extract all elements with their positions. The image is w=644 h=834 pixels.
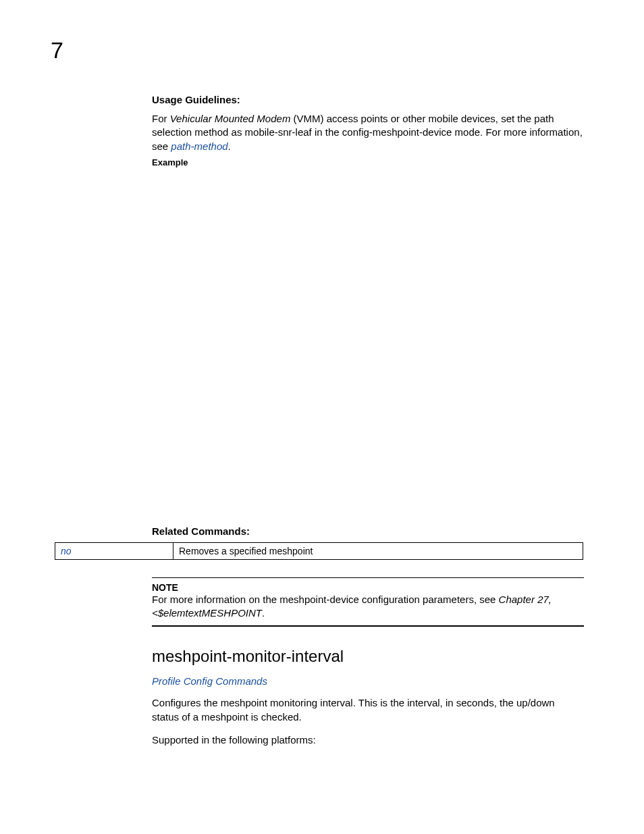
- note-text-prefix: For more information on the meshpoint-de…: [152, 594, 499, 605]
- supported-platforms-intro: Supported in the following platforms:: [152, 733, 584, 747]
- vmm-term: Vehicular Mounted Modem: [170, 113, 291, 124]
- note-block: NOTE For more information on the meshpoi…: [152, 577, 584, 627]
- related-commands-table: no Removes a specified meshpoint: [55, 542, 583, 560]
- note-title: NOTE: [152, 582, 584, 593]
- usage-guidelines-paragraph: For Vehicular Mounted Modem (VMM) access…: [152, 112, 584, 153]
- section-title: meshpoint-monitor-interval: [152, 647, 584, 666]
- example-heading: Example: [152, 157, 584, 167]
- note-body: For more information on the meshpoint-de…: [152, 593, 584, 621]
- page: 7 Usage Guidelines: For Vehicular Mounte…: [0, 0, 644, 834]
- page-number: 7: [51, 37, 63, 63]
- related-commands-heading: Related Commands:: [152, 525, 584, 537]
- content-area: Usage Guidelines: For Vehicular Mounted …: [152, 94, 584, 756]
- related-command-description: Removes a specified meshpoint: [173, 542, 583, 559]
- text-suffix: .: [228, 140, 231, 152]
- note-text-suffix: .: [262, 607, 265, 619]
- profile-config-commands-link[interactable]: Profile Config Commands: [152, 675, 584, 687]
- text-prefix: For: [152, 113, 170, 124]
- related-command-link[interactable]: no: [55, 542, 173, 559]
- usage-guidelines-heading: Usage Guidelines:: [152, 94, 584, 105]
- path-method-link[interactable]: path-method: [171, 140, 227, 152]
- table-row: no Removes a specified meshpoint: [55, 542, 583, 559]
- section-description: Configures the meshpoint monitoring inte…: [152, 696, 584, 724]
